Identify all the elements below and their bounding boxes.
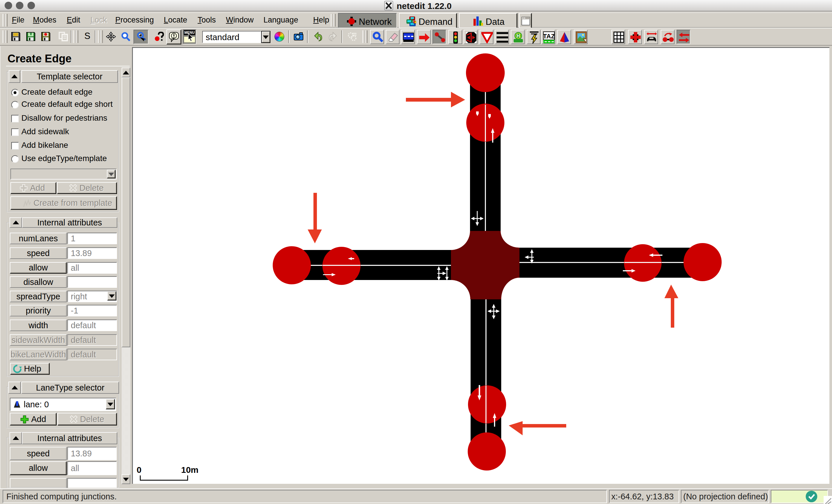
svg-text:TAZ: TAZ bbox=[543, 33, 555, 40]
svg-text:H: H bbox=[517, 33, 520, 38]
svg-text:10m: 10m bbox=[181, 465, 199, 475]
svg-text:0: 0 bbox=[137, 465, 141, 475]
